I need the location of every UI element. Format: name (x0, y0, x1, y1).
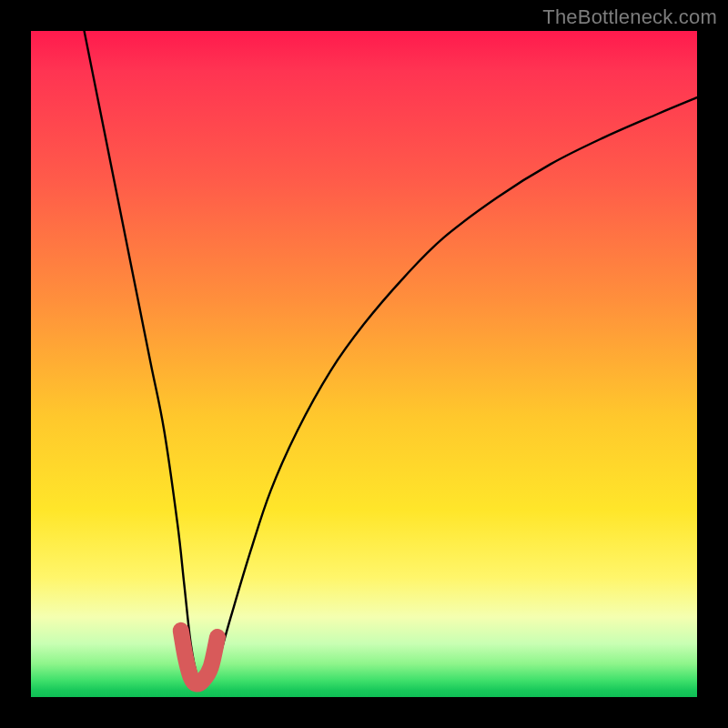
optimal-zone-highlight (181, 631, 217, 684)
curve-svg (31, 31, 697, 697)
watermark-text: TheBottleneck.com (542, 5, 717, 29)
chart-frame: TheBottleneck.com (0, 0, 728, 728)
bottleneck-curve (85, 31, 697, 684)
plot-area (31, 31, 697, 697)
